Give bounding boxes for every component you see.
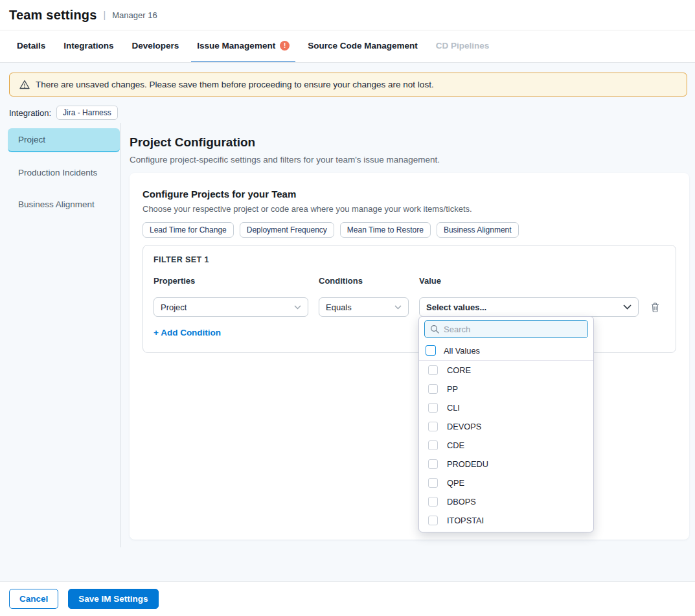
option-checkbox[interactable]	[428, 422, 438, 431]
property-select-value: Project	[161, 302, 187, 312]
tab-bar: Details Integrations Developers Issue Ma…	[0, 30, 695, 63]
dropdown-option-list: CORE PP CLI DEVOPS	[419, 361, 593, 532]
value-multiselect-placeholder: Select values...	[426, 302, 486, 312]
delete-filter-button[interactable]	[650, 302, 660, 313]
integration-chip[interactable]: Jira - Harness	[56, 106, 118, 120]
option-checkbox[interactable]	[428, 459, 438, 469]
select-all-checkbox[interactable]	[426, 345, 436, 356]
dropdown-option[interactable]: PIPE	[419, 530, 593, 532]
select-all-label: All Values	[444, 346, 480, 356]
option-label: PP	[447, 384, 458, 394]
tab[interactable]: Issue Management !	[191, 30, 295, 62]
dropdown-option[interactable]: DEVOPS	[419, 417, 593, 436]
condition-select[interactable]: Equals	[319, 297, 409, 317]
unsaved-changes-badge: !	[280, 41, 290, 51]
unsaved-changes-alert: There are unsaved changes. Please save t…	[9, 73, 687, 97]
properties-column-label: Properties	[154, 276, 319, 286]
tab[interactable]: CD Pipelines	[430, 30, 496, 62]
dropdown-option[interactable]: CDE	[419, 436, 593, 455]
sidebar-divider	[120, 123, 120, 547]
sidebar-item[interactable]: Project	[8, 128, 120, 152]
warning-triangle-icon	[19, 80, 30, 89]
alert-text: There are unsaved changes. Please save t…	[36, 80, 434, 89]
metric-chip[interactable]: Lead Time for Change	[142, 222, 234, 238]
option-label: PRODEDU	[447, 459, 488, 469]
value-multiselect[interactable]: Select values...	[419, 297, 639, 317]
card-subtitle: Choose your respective project or code a…	[142, 204, 676, 214]
metric-chips-row: Lead Time for Change Deployment Frequenc…	[142, 222, 676, 238]
cancel-button[interactable]: Cancel	[9, 589, 58, 609]
dropdown-search[interactable]	[424, 320, 588, 338]
filter-column-labels: Properties Conditions Value	[154, 276, 665, 286]
metric-chip[interactable]: Deployment Frequency	[240, 222, 334, 238]
section-subtitle: Configure project-specific settings and …	[130, 155, 440, 165]
save-im-settings-button[interactable]: Save IM Settings	[68, 589, 158, 609]
team-settings-page: Team settings | Manager 16 Details Integ…	[0, 0, 695, 616]
filter-set-box: FILTER SET 1 Properties Conditions Value…	[142, 245, 676, 353]
chevron-down-icon	[294, 305, 301, 310]
option-checkbox[interactable]	[428, 384, 438, 394]
value-column-label: Value	[419, 276, 639, 286]
option-label: DEVOPS	[447, 422, 481, 431]
sidebar-item-label: Project	[18, 135, 45, 144]
option-checkbox[interactable]	[428, 403, 438, 413]
dropdown-option[interactable]: DBOPS	[419, 492, 593, 511]
option-label: CORE	[447, 365, 471, 375]
tab-label: Source Code Management	[308, 41, 418, 51]
tab[interactable]: Source Code Management	[302, 30, 424, 62]
option-label: CLI	[447, 403, 460, 413]
sidebar-item[interactable]: Production Incidents	[8, 161, 120, 184]
option-checkbox[interactable]	[428, 478, 438, 488]
tab-label: Developers	[132, 41, 179, 51]
option-checkbox[interactable]	[428, 440, 438, 450]
metric-chip[interactable]: Business Alignment	[437, 222, 519, 238]
dropdown-option[interactable]: QPE	[419, 473, 593, 492]
team-name-label: Manager 16	[112, 10, 157, 20]
add-condition-button[interactable]: + Add Condition	[154, 328, 221, 337]
project-configuration-card: Configure Projects for your Team Choose …	[130, 173, 689, 540]
tab-label: CD Pipelines	[436, 41, 490, 51]
search-input[interactable]	[444, 325, 582, 334]
settings-sidebar: Project Production Incidents Business Al…	[8, 128, 120, 225]
sidebar-item-label: Business Alignment	[18, 200, 95, 209]
tab-label: Issue Management	[197, 41, 275, 51]
conditions-column-label: Conditions	[319, 276, 419, 286]
dropdown-option[interactable]: PP	[419, 380, 593, 398]
filter-set-title: FILTER SET 1	[154, 255, 665, 264]
filter-row: Project Equals Select values...	[154, 297, 665, 317]
section-title: Project Configuration	[130, 135, 255, 150]
tab[interactable]: Integrations	[58, 30, 119, 62]
select-all-row[interactable]: All Values	[419, 341, 593, 360]
chevron-down-icon	[394, 305, 402, 310]
sidebar-item[interactable]: Business Alignment	[8, 193, 120, 216]
dropdown-option[interactable]: CLI	[419, 398, 593, 417]
sidebar-item-label: Production Incidents	[18, 168, 97, 177]
metric-chip[interactable]: Mean Time to Restore	[340, 222, 431, 238]
page-header: Team settings | Manager 16	[0, 0, 695, 30]
value-dropdown-popover: All Values CORE PP CLI	[418, 316, 594, 532]
option-checkbox[interactable]	[428, 497, 438, 507]
option-label: CDE	[447, 440, 464, 450]
tab-label: Details	[17, 41, 45, 51]
option-label: DBOPS	[447, 497, 476, 507]
action-footer: Cancel Save IM Settings	[0, 581, 695, 616]
tab[interactable]: Developers	[126, 30, 185, 62]
search-icon	[430, 325, 439, 334]
page-title: Team settings	[9, 8, 97, 23]
dropdown-option[interactable]: ITOPSTAI	[419, 511, 593, 530]
option-label: QPE	[447, 478, 464, 488]
dropdown-option[interactable]: CORE	[419, 361, 593, 380]
title-divider: |	[104, 10, 106, 20]
condition-select-value: Equals	[326, 302, 352, 312]
integration-row: Integration: Jira - Harness	[9, 106, 118, 120]
option-checkbox[interactable]	[428, 516, 438, 525]
property-select[interactable]: Project	[154, 297, 308, 317]
card-title: Configure Projects for your Team	[142, 188, 676, 200]
tab-label: Integrations	[63, 41, 113, 51]
chevron-down-icon	[623, 304, 632, 310]
tab[interactable]: Details	[11, 30, 51, 62]
integration-label: Integration:	[9, 108, 51, 118]
dropdown-option[interactable]: PRODEDU	[419, 455, 593, 473]
option-label: ITOPSTAI	[447, 516, 484, 525]
option-checkbox[interactable]	[428, 365, 438, 375]
